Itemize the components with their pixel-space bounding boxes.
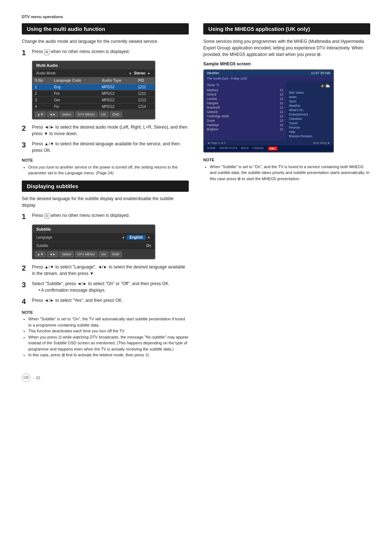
ui-box-header: Multi Audio xyxy=(33,61,155,69)
subtitle-note-title: NOTE xyxy=(22,309,189,316)
mheg-menu-item[interactable]: Weather xyxy=(289,104,330,108)
right-column: Using the MHEG5 application (UK only) So… xyxy=(203,23,370,362)
mheg-menu-item[interactable]: Bitesize Revision xyxy=(289,134,330,138)
mheg-page-info: ◄ Page 1 of 9 Next Story ► xyxy=(204,141,333,145)
mheg5-note-title: NOTE xyxy=(203,157,370,163)
footer-select[interactable]: Select xyxy=(60,112,74,117)
col-sno: S.No xyxy=(33,77,52,84)
mheg-menu-item[interactable]: Help xyxy=(289,130,330,134)
col-type: Audio Type xyxy=(100,77,136,84)
mheg-city-row: Oxford13 xyxy=(207,92,283,97)
mheg-next-story: Next Story ► xyxy=(313,141,330,145)
audio-mode-row: Audio Mode ◄ Stereo ► xyxy=(33,69,155,77)
multi-audio-step1: 1 Press ⊞ when no other menu screen is d… xyxy=(22,48,189,57)
page-footer: GB - 32 xyxy=(22,373,370,382)
subtitle-footer-leftright[interactable]: ◄► xyxy=(47,251,58,257)
subtitle-step-num-3: 3 xyxy=(22,280,28,289)
subtitle-step1: 1 Press ⊡ when no other menu screen is d… xyxy=(22,212,189,221)
step-num-2: 2 xyxy=(22,124,28,133)
cloud-icon: ⛅ xyxy=(325,83,330,89)
ui-box-footer-subtitle: ▲▼ ◄► Select DTV MENU OK END xyxy=(33,250,155,259)
mheg-menu-item[interactable]: Sport xyxy=(289,99,330,104)
sun-icon: ☀ xyxy=(320,83,325,89)
mheg-cancel-btn[interactable]: CANCEL xyxy=(252,146,264,151)
subtitle-footer-dtv[interactable]: DTV MENU xyxy=(75,251,97,257)
note-title-multi: NOTE xyxy=(22,157,189,163)
mheg-header: Weather 11:57 25 Feb xyxy=(204,70,333,76)
mheg-cities: Marbury12Oxford13London12Margate12Brackn… xyxy=(207,88,283,131)
mheg-back-btn[interactable]: BACK xyxy=(241,146,249,151)
multi-audio-intro: Change the audio mode and language for t… xyxy=(22,38,189,45)
mheg5-note: NOTE When "Subtitle" is set to "On", and… xyxy=(203,157,370,182)
step-num-1: 1 xyxy=(22,48,28,57)
page-number: - 32 xyxy=(33,376,40,380)
note-list-multi: Once you tune to another service or the … xyxy=(22,164,189,176)
subtitle-footer-updown[interactable]: ▲▼ xyxy=(35,251,46,257)
subtitle-step-num-2: 2 xyxy=(22,264,28,272)
mheg5-note-1: When "Subtitle" is set to "On", and the … xyxy=(210,164,370,182)
mheg-menu-item[interactable]: Entertainment xyxy=(289,112,330,117)
lang-left-arrow[interactable]: ◄ xyxy=(121,235,125,239)
subtitle-note: NOTE When "Subtitle" is set to "On", the… xyxy=(22,309,189,358)
subtitle-box-header: Subtitle xyxy=(33,225,155,233)
footer-ok[interactable]: OK xyxy=(99,112,109,117)
mheg-menu-item[interactable]: BBC News xyxy=(289,90,330,95)
subtitle-footer-ok[interactable]: OK xyxy=(99,251,109,257)
lang-right-arrow[interactable]: ► xyxy=(147,235,151,239)
mheg-nav-footer: HOME SHORTCUTS BACK CANCEL BBC xyxy=(204,145,333,152)
mheg-menu-item[interactable]: Travel xyxy=(289,121,330,125)
subtitle-note-list: When "Subtitle" is set to "On", the TV w… xyxy=(22,316,189,358)
step2-text: Press ◄/► to select the desired audio mo… xyxy=(32,124,189,137)
mheg-menu-item[interactable]: News xyxy=(289,95,330,99)
mheg-menu-item[interactable]: Finance xyxy=(289,125,330,130)
footer-leftright[interactable]: ◄► xyxy=(47,112,58,117)
mheg-right-panel: ☀ ⛅ BBC NewsNewsSportWeatherWhat's OnEnt… xyxy=(286,81,333,141)
ui-box-footer-multi: ▲▼ ◄► Select DTV MENU OK END xyxy=(33,110,155,119)
mheg-left-panel: Temp °C Marbury12Oxford13London12Margate… xyxy=(204,81,286,141)
subtitle-step-num-4: 4 xyxy=(22,297,28,306)
footer-dtv-menu[interactable]: DTV MENU xyxy=(75,112,97,117)
language-label: Language xyxy=(36,235,53,239)
mheg-city-row: Marbury12 xyxy=(207,88,283,92)
mheg-menu-item[interactable]: What's On xyxy=(289,108,330,112)
subtitle-language-row: Language ◄ English ► xyxy=(33,233,155,242)
mheg5-note-list: When "Subtitle" is set to "On", and the … xyxy=(203,164,370,182)
mheg-home-btn[interactable]: HOME xyxy=(207,146,216,151)
mheg-time: 11:57 25 Feb xyxy=(311,71,330,75)
mheg-shortcuts-btn[interactable]: SHORTCUTS xyxy=(219,146,237,151)
subtitle-step4: 4 Press ◄/► to select "Yes", and then pr… xyxy=(22,297,189,306)
audio-left-arrow[interactable]: ◄ xyxy=(128,71,132,75)
mheg-city-row: Hastings12 xyxy=(207,123,283,127)
subtitle-label: Subtitle xyxy=(36,244,48,248)
subtitle-step2-text: Press ▲/▼ to select "Language", ◄/► to s… xyxy=(32,264,189,277)
subtitle-step3: 3 Select "Subtitle", press ◄/► to select… xyxy=(22,280,189,293)
subtitle-note-4: In this case, press ⊞ first to activate … xyxy=(28,352,189,358)
footer-updown[interactable]: ▲▼ xyxy=(35,112,46,117)
audio-right-arrow[interactable]: ► xyxy=(147,71,151,75)
footer-end[interactable]: END xyxy=(110,112,122,117)
subtitle-note-1: When "Subtitle" is set to "On", the TV w… xyxy=(28,316,189,328)
subtitle-note-3: When you press ⊡ while watching DTV broa… xyxy=(28,334,189,352)
mheg-city-row: Dover12 xyxy=(207,118,283,123)
mheg-bbc-btn[interactable]: BBC xyxy=(268,146,278,151)
audio-table-row: 2FreMPEG21212 xyxy=(33,90,155,97)
mheg-menu: BBC NewsNewsSportWeatherWhat's OnEnterta… xyxy=(289,90,330,138)
multi-audio-title: Using the multi audio function xyxy=(22,23,189,35)
subtitle-footer-select[interactable]: Select xyxy=(60,251,74,257)
audio-table: S.No Language Code Audio Type PID 1EngMP… xyxy=(33,77,155,110)
multi-audio-step3: 3 Press ▲/▼ to select the desired langua… xyxy=(22,141,189,154)
multi-audio-note: NOTE Once you tune to another service or… xyxy=(22,157,189,176)
mheg-date: The South East - Friday 1200 xyxy=(204,76,333,81)
subtitle-footer-end[interactable]: END xyxy=(110,251,122,257)
mheg-temp-header: Temp °C xyxy=(207,83,283,87)
step3-text: Press ▲/▼ to select the desired language… xyxy=(32,141,189,154)
mheg-city-row: Tunbridge Wells12 xyxy=(207,114,283,118)
audio-mode-label: Audio Mode xyxy=(36,71,56,75)
mheg5-screen: Weather 11:57 25 Feb The South East - Fr… xyxy=(203,69,334,153)
audio-table-row: 1EngMPEG21211 xyxy=(33,84,155,90)
audio-mode-current: Stereo xyxy=(134,71,145,75)
note-item-1: Once you tune to another service or the … xyxy=(28,164,189,176)
dtv-menu-header: DTV menu operations xyxy=(22,15,370,19)
col-lang: Language Code xyxy=(52,77,100,84)
mheg-menu-item[interactable]: Cbeebies xyxy=(289,117,330,121)
